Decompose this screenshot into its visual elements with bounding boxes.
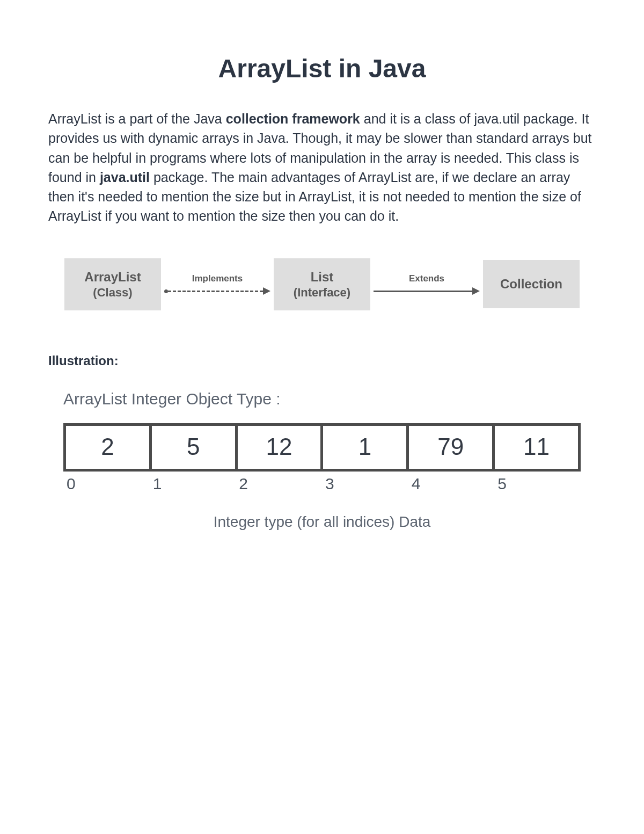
- array-caption: Integer type (for all indices) Data: [63, 513, 581, 531]
- intro-bold-java-util: java.util: [100, 170, 150, 185]
- dashed-arrow-icon: [164, 287, 270, 295]
- array-cell: 11: [495, 426, 578, 469]
- array-index: 0: [63, 475, 150, 493]
- box-label: ArrayList: [84, 270, 141, 284]
- array-values-row: 2 5 12 1 79 11: [63, 423, 581, 472]
- illustration-heading: Illustration:: [48, 353, 596, 368]
- array-illustration: 2 5 12 1 79 11 0 1 2 3 4 5 Integer type …: [63, 423, 581, 531]
- connector-label: Implements: [192, 273, 243, 284]
- box-sublabel: (Class): [74, 285, 151, 300]
- array-index: 5: [494, 475, 581, 493]
- box-label: Collection: [500, 277, 562, 291]
- hierarchy-box-collection: Collection: [483, 260, 580, 308]
- intro-paragraph: ArrayList is a part of the Java collecti…: [48, 109, 596, 226]
- box-sublabel: (Interface): [283, 285, 361, 300]
- hierarchy-diagram: ArrayList (Class) Implements List (Inter…: [48, 258, 596, 311]
- intro-text: ArrayList is a part of the Java: [48, 111, 226, 126]
- intro-bold-collection-framework: collection framework: [226, 111, 360, 126]
- array-index: 4: [408, 475, 495, 493]
- solid-arrow-icon: [374, 287, 480, 295]
- array-index: 3: [322, 475, 408, 493]
- array-cell: 5: [152, 426, 238, 469]
- array-indices-row: 0 1 2 3 4 5: [63, 475, 581, 493]
- array-index: 1: [150, 475, 236, 493]
- array-cell: 1: [323, 426, 409, 469]
- array-cell: 79: [409, 426, 495, 469]
- page-title: ArrayList in Java: [48, 54, 596, 83]
- array-cell: 12: [238, 426, 324, 469]
- connector-label: Extends: [409, 273, 444, 284]
- hierarchy-box-arraylist: ArrayList (Class): [64, 258, 161, 311]
- hierarchy-connector-extends: Extends: [374, 273, 480, 295]
- hierarchy-box-list: List (Interface): [274, 258, 370, 311]
- hierarchy-connector-implements: Implements: [164, 273, 270, 295]
- array-subheading: ArrayList Integer Object Type :: [63, 390, 596, 408]
- box-label: List: [311, 270, 334, 284]
- array-index: 2: [236, 475, 322, 493]
- array-cell: 2: [66, 426, 152, 469]
